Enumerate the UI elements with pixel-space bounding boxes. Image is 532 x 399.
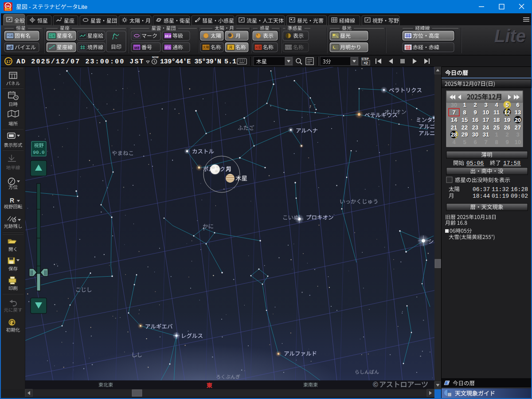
svg-text:5.1: 5.1 — [224, 58, 236, 66]
svg-text:9: 9 — [505, 139, 509, 145]
svg-text:8: 8 — [495, 139, 498, 145]
svg-text:20: 20 — [515, 117, 521, 123]
svg-text:01:19: 01:19 — [492, 193, 509, 200]
svg-text:28: 28 — [451, 131, 457, 138]
svg-text:16: 16 — [472, 117, 478, 123]
svg-text:23: 23 — [472, 124, 478, 131]
svg-text:29: 29 — [462, 131, 468, 138]
svg-text:18:44: 18:44 — [473, 193, 490, 200]
svg-text:09:02: 09:02 — [511, 193, 528, 200]
svg-text:R: R — [10, 197, 14, 204]
svg-text:αβ: αβ — [8, 45, 13, 50]
svg-text:M8: M8 — [134, 46, 140, 50]
svg-text:1: 1 — [463, 102, 466, 108]
svg-text:SN: SN — [6, 5, 10, 8]
svg-text:05:06: 05:06 — [466, 160, 484, 167]
svg-text:06:37: 06:37 — [473, 186, 490, 193]
svg-text:10: 10 — [515, 139, 521, 145]
svg-text:3: 3 — [516, 131, 519, 138]
svg-text:7: 7 — [484, 139, 487, 145]
svg-text:30: 30 — [451, 102, 457, 108]
svg-text:25: 25 — [493, 124, 500, 131]
svg-text:11:32: 11:32 — [492, 186, 509, 193]
svg-text:14: 14 — [451, 117, 458, 123]
svg-text:-: - — [29, 4, 31, 10]
svg-text:2: 2 — [473, 102, 477, 108]
svg-text:18: 18 — [493, 117, 500, 123]
svg-text:19: 19 — [504, 117, 510, 123]
svg-text:21: 21 — [451, 124, 457, 131]
svg-text:©: © — [373, 381, 378, 388]
svg-text:13: 13 — [515, 109, 521, 116]
svg-text:17: 17 — [6, 59, 11, 64]
svg-text:9: 9 — [473, 109, 477, 116]
svg-text:5: 5 — [505, 102, 509, 108]
svg-text:22: 22 — [462, 124, 468, 131]
svg-text:17:58: 17:58 — [503, 160, 520, 167]
svg-text:139°44'E 35°39'N: 139°44'E 35°39'N — [160, 58, 221, 66]
svg-text:30: 30 — [472, 131, 478, 138]
svg-text:4: 4 — [495, 102, 498, 108]
svg-text:11: 11 — [493, 109, 500, 116]
svg-text:1: 1 — [495, 131, 498, 138]
svg-text:NOW: NOW — [152, 56, 159, 59]
svg-text:2000: 2000 — [406, 48, 411, 51]
svg-text:Lite: Lite — [6, 8, 10, 11]
svg-text:STEP: STEP — [361, 57, 369, 60]
svg-text:12: 12 — [504, 109, 510, 116]
svg-text:6: 6 — [473, 139, 477, 145]
svg-text:4: 4 — [452, 139, 456, 145]
svg-text:Lite: Lite — [78, 4, 87, 10]
svg-text:AD 2025/12/07 23:00:00 JST: AD 2025/12/07 23:00:00 JST — [16, 58, 145, 66]
svg-text:×2: ×2 — [364, 61, 368, 65]
svg-text:31: 31 — [483, 131, 489, 138]
svg-text:7: 7 — [447, 381, 449, 385]
svg-text:2: 2 — [505, 131, 509, 138]
svg-text:5: 5 — [463, 139, 466, 145]
svg-text:16:28: 16:28 — [511, 186, 528, 193]
svg-text:27: 27 — [515, 124, 521, 131]
svg-text:17: 17 — [483, 117, 489, 123]
svg-text:7: 7 — [452, 109, 455, 116]
svg-text:90.0: 90.0 — [33, 150, 44, 155]
svg-text:10.0: 10.0 — [164, 34, 171, 38]
svg-text:26: 26 — [504, 124, 510, 131]
svg-text:10: 10 — [483, 109, 489, 116]
svg-text:24: 24 — [483, 124, 489, 131]
svg-text:8: 8 — [463, 109, 466, 116]
svg-text:6: 6 — [516, 102, 519, 108]
svg-text:3: 3 — [484, 102, 487, 108]
svg-text:Lite: Lite — [494, 26, 526, 46]
svg-text:15: 15 — [462, 117, 468, 123]
